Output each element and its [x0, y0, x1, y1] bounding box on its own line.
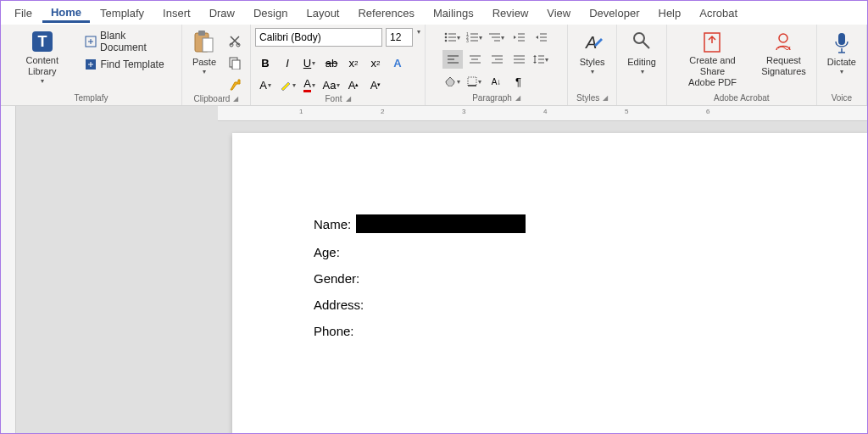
document-page[interactable]: Name: Age: Gender: Address: Phone:	[232, 133, 867, 433]
menu-bar: FileHomeTemplafyInsertDrawDesignLayoutRe…	[1, 1, 867, 25]
highlight-icon[interactable]: ▾	[277, 75, 298, 94]
menu-tab-developer[interactable]: Developer	[581, 3, 648, 23]
chevron-down-icon: ▾	[41, 77, 44, 86]
bullets-icon[interactable]: ▾	[442, 28, 463, 47]
font-name-select[interactable]	[255, 28, 382, 47]
chevron-down-icon: ▾	[641, 68, 644, 76]
dialog-launcher-icon[interactable]: ◢	[346, 95, 351, 103]
menu-tab-home[interactable]: Home	[42, 3, 90, 23]
group-label-font: Font	[326, 94, 342, 103]
menu-tab-layout[interactable]: Layout	[298, 3, 348, 23]
italic-icon[interactable]: I	[277, 53, 298, 72]
grow-font-icon[interactable]: A▴	[343, 75, 364, 94]
dialog-launcher-icon[interactable]: ◢	[515, 94, 520, 102]
dialog-launcher-icon[interactable]: ◢	[233, 95, 238, 103]
align-right-icon[interactable]	[487, 50, 507, 69]
svg-text:3: 3	[466, 38, 469, 42]
field-address: Address:	[314, 298, 787, 312]
multilevel-list-icon[interactable]: ▾	[487, 28, 507, 47]
decrease-indent-icon[interactable]	[509, 28, 529, 47]
svg-rect-14	[232, 60, 240, 70]
request-signatures-button[interactable]: Request Signatures	[756, 28, 811, 79]
svg-rect-10	[203, 38, 213, 52]
field-gender: Gender:	[314, 271, 787, 286]
change-case-icon[interactable]: Aa▾	[321, 75, 342, 94]
menu-tab-acrobat[interactable]: Acrobat	[691, 3, 746, 23]
work-area: 123456 Name: Age: Gender: Address: Phone…	[1, 106, 867, 433]
redaction-block	[356, 214, 526, 233]
svg-text:A: A	[585, 33, 597, 52]
cut-icon[interactable]	[225, 31, 245, 50]
vertical-ruler	[1, 106, 16, 433]
svg-point-58	[779, 34, 787, 42]
text-effects-icon[interactable]: A	[387, 53, 408, 72]
numbering-icon[interactable]: 123▾	[465, 28, 485, 47]
field-phone: Phone:	[314, 324, 787, 338]
line-spacing-icon[interactable]: ▾	[531, 50, 551, 69]
svg-text:T: T	[37, 33, 47, 50]
svg-rect-59	[838, 33, 845, 45]
borders-icon[interactable]: ▾	[465, 72, 485, 91]
copy-icon[interactable]	[225, 53, 245, 72]
sort-icon[interactable]: A↓	[487, 72, 507, 91]
chevron-down-icon: ▾	[203, 68, 206, 76]
font-color-icon[interactable]: A▾	[299, 75, 320, 94]
field-name: Name:	[314, 214, 787, 233]
create-share-pdf-button[interactable]: Create and Share Adobe PDF	[672, 28, 753, 91]
underline-icon[interactable]: U▾	[299, 53, 320, 72]
field-age: Age:	[314, 245, 787, 259]
menu-tab-mailings[interactable]: Mailings	[425, 3, 482, 23]
group-label-voice: Voice	[828, 93, 855, 103]
superscript-icon[interactable]: x2	[365, 53, 386, 72]
editing-button[interactable]: Editing▾	[622, 28, 661, 78]
shading-icon[interactable]: ▾	[442, 72, 463, 91]
subscript-icon[interactable]: x2	[343, 53, 364, 72]
svg-rect-52	[468, 77, 476, 86]
group-label-acrobat: Adobe Acrobat	[710, 93, 773, 103]
chevron-down-icon: ▾	[591, 68, 594, 76]
group-label-paragraph: Paragraph	[472, 93, 512, 103]
chevron-down-icon[interactable]: ▾	[417, 28, 420, 47]
menu-tab-references[interactable]: References	[349, 3, 422, 23]
svg-rect-9	[198, 31, 205, 36]
menu-tab-help[interactable]: Help	[650, 3, 690, 23]
show-marks-icon[interactable]: ¶	[509, 72, 529, 91]
blank-document-button[interactable]: Blank Document	[81, 28, 175, 55]
svg-point-19	[445, 40, 448, 42]
align-left-icon[interactable]	[442, 50, 463, 69]
menu-tab-templafy[interactable]: Templafy	[92, 3, 153, 23]
menu-tab-insert[interactable]: Insert	[154, 3, 199, 23]
group-label-clipboard: Clipboard	[194, 94, 231, 103]
svg-line-56	[643, 42, 649, 48]
menu-tab-review[interactable]: Review	[484, 3, 537, 23]
menu-tab-file[interactable]: File	[6, 3, 41, 23]
content-library-button[interactable]: T Content Library ▾	[6, 28, 78, 87]
styles-button[interactable]: A Styles▾	[575, 28, 610, 78]
dictate-button[interactable]: Dictate▾	[822, 28, 861, 78]
bold-icon[interactable]: B	[255, 53, 275, 72]
justify-icon[interactable]	[509, 50, 529, 69]
svg-point-17	[445, 36, 448, 39]
format-painter-icon[interactable]	[225, 75, 245, 94]
chevron-down-icon: ▾	[840, 68, 843, 76]
paste-button[interactable]: Paste▾	[187, 28, 221, 78]
font-size-select[interactable]	[386, 28, 413, 47]
ribbon: T Content Library ▾ Blank Document Find …	[1, 25, 867, 106]
align-center-icon[interactable]	[465, 50, 485, 69]
svg-point-15	[445, 33, 448, 36]
increase-indent-icon[interactable]	[531, 28, 551, 47]
font-color-a-icon[interactable]: A▾	[255, 75, 275, 94]
horizontal-ruler: 123456	[218, 106, 867, 121]
group-label-templafy: Templafy	[70, 93, 111, 103]
menu-tab-design[interactable]: Design	[245, 3, 296, 23]
menu-tab-draw[interactable]: Draw	[201, 3, 243, 23]
content-library-label: Content Library	[11, 55, 73, 77]
group-label-editing	[638, 103, 645, 103]
shrink-font-icon[interactable]: A▾	[365, 75, 386, 94]
strikethrough-icon[interactable]: ab	[321, 53, 342, 72]
find-template-button[interactable]: Find Template	[81, 57, 175, 72]
group-label-styles: Styles	[576, 93, 599, 103]
dialog-launcher-icon[interactable]: ◢	[603, 94, 608, 102]
menu-tab-view[interactable]: View	[538, 3, 579, 23]
